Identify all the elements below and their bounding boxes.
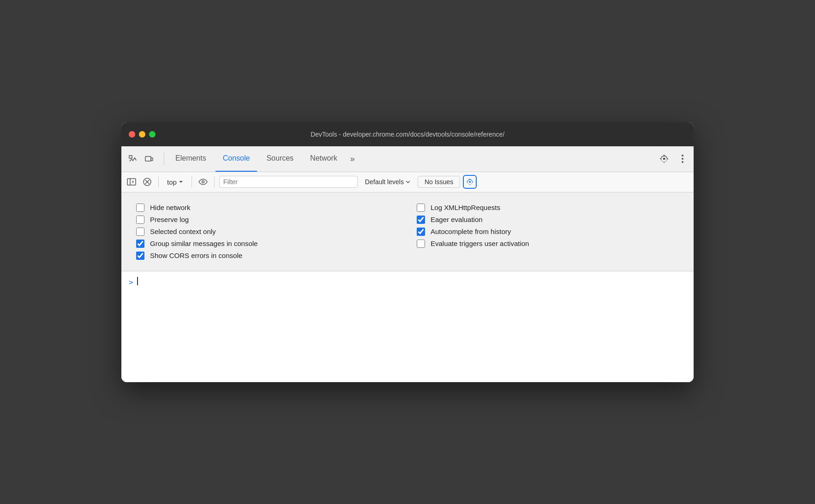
maximize-button[interactable] (149, 131, 156, 138)
tab-network[interactable]: Network (303, 146, 345, 172)
checkbox-row-hide-network: Hide network (136, 202, 398, 214)
toolbar: top Default levels No Issues (121, 172, 694, 192)
settings-panel: Hide network Preserve log Selected conte… (121, 192, 694, 271)
checkbox-row-preserve-log: Preserve log (136, 214, 398, 226)
group-similar-checkbox[interactable] (136, 240, 144, 248)
device-toggle-icon[interactable] (142, 151, 156, 166)
devtools-window: DevTools - developer.chrome.com/docs/dev… (121, 122, 694, 382)
svg-point-3 (682, 158, 683, 160)
log-xml-label[interactable]: Log XMLHttpRequests (431, 204, 500, 211)
settings-grid: Hide network Preserve log Selected conte… (136, 202, 679, 262)
console-cursor (137, 277, 138, 285)
clear-console-button[interactable] (141, 175, 154, 188)
console-prompt: > (129, 277, 133, 287)
group-similar-label[interactable]: Group similar messages in console (150, 240, 258, 247)
console-area[interactable]: > (121, 271, 694, 382)
toolbar-divider-1 (158, 176, 159, 187)
tab-bar-icons (125, 151, 156, 166)
show-cors-checkbox[interactable] (136, 252, 144, 260)
more-options-button[interactable] (675, 151, 690, 166)
settings-left-column: Hide network Preserve log Selected conte… (136, 202, 398, 262)
eye-icon-button[interactable] (197, 175, 210, 188)
checkbox-row-eager-eval: Eager evaluation (417, 214, 679, 226)
tab-console[interactable]: Console (216, 146, 258, 172)
checkbox-row-log-xml: Log XMLHttpRequests (417, 202, 679, 214)
svg-rect-1 (151, 158, 153, 161)
preserve-log-checkbox[interactable] (136, 216, 144, 224)
inspector-icon[interactable] (125, 151, 140, 166)
selected-context-label[interactable]: Selected context only (150, 228, 216, 235)
autocomplete-checkbox[interactable] (417, 228, 425, 236)
evaluate-triggers-checkbox[interactable] (417, 240, 425, 248)
no-issues-button[interactable]: No Issues (418, 176, 460, 188)
context-selector[interactable]: top (163, 177, 187, 187)
more-tabs-button[interactable]: » (347, 150, 359, 168)
tab-divider (164, 152, 164, 165)
checkbox-row-group-similar: Group similar messages in console (136, 238, 398, 250)
preserve-log-label[interactable]: Preserve log (150, 216, 189, 223)
minimize-button[interactable] (139, 131, 145, 138)
checkbox-row-evaluate-triggers: Evaluate triggers user activation (417, 238, 679, 250)
filter-input[interactable] (219, 176, 358, 188)
show-cors-label[interactable]: Show CORS errors in console (150, 252, 242, 259)
tab-bar: Elements Console Sources Network » (121, 146, 694, 172)
hide-network-label[interactable]: Hide network (150, 204, 191, 211)
hide-network-checkbox[interactable] (136, 204, 144, 212)
sidebar-toggle-button[interactable] (125, 175, 138, 188)
checkbox-row-selected-context: Selected context only (136, 226, 398, 238)
tab-bar-actions (657, 151, 690, 166)
tab-sources[interactable]: Sources (259, 146, 301, 172)
evaluate-triggers-label[interactable]: Evaluate triggers user activation (431, 240, 529, 247)
tabs: Elements Console Sources Network » (168, 146, 657, 172)
svg-rect-5 (127, 179, 136, 185)
checkbox-row-autocomplete: Autocomplete from history (417, 226, 679, 238)
settings-button[interactable] (657, 151, 671, 166)
svg-point-7 (202, 181, 204, 183)
checkbox-row-show-cors: Show CORS errors in console (136, 250, 398, 262)
eager-eval-checkbox[interactable] (417, 216, 425, 224)
toolbar-divider-2 (192, 176, 192, 187)
window-title: DevTools - developer.chrome.com/docs/dev… (311, 131, 504, 138)
selected-context-checkbox[interactable] (136, 228, 144, 236)
log-xml-checkbox[interactable] (417, 204, 425, 212)
svg-point-4 (682, 161, 683, 163)
console-settings-active-button[interactable] (463, 175, 477, 189)
eager-eval-label[interactable]: Eager evaluation (431, 216, 483, 223)
toolbar-divider-3 (214, 176, 215, 187)
levels-dropdown[interactable]: Default levels (360, 177, 415, 186)
traffic-lights (129, 131, 156, 138)
close-button[interactable] (129, 131, 135, 138)
settings-right-column: Log XMLHttpRequests Eager evaluation Aut… (417, 202, 679, 262)
title-bar: DevTools - developer.chrome.com/docs/dev… (121, 122, 694, 146)
svg-point-2 (682, 155, 683, 156)
autocomplete-label[interactable]: Autocomplete from history (431, 228, 511, 235)
tab-elements[interactable]: Elements (168, 146, 214, 172)
svg-rect-0 (145, 156, 151, 161)
